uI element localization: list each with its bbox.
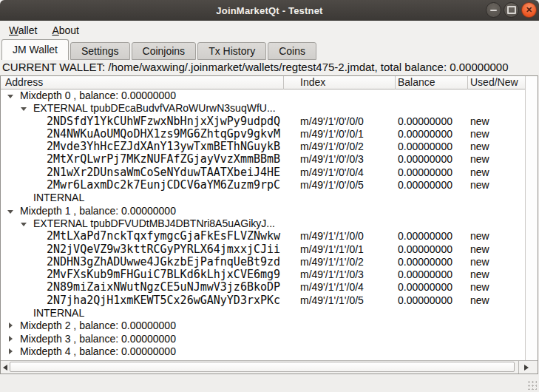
tab-tx-history[interactable]: Tx History xyxy=(197,42,266,60)
expander-icon xyxy=(20,307,33,320)
tree-row[interactable]: Mixdepth 1 , balance: 0.00000000 xyxy=(1,205,538,217)
expander-icon xyxy=(33,166,47,179)
tab-settings[interactable]: Settings xyxy=(70,42,130,60)
expander-icon[interactable] xyxy=(7,205,20,217)
tree-row[interactable]: 2N7jha2QjH1xmKEWT5Cx26wGANyYD3rxPKc m/49… xyxy=(1,294,538,307)
tree-row[interactable]: INTERNAL xyxy=(1,192,538,204)
expander-icon[interactable] xyxy=(20,217,33,230)
tree-row[interactable]: Mixdepth 2 , balance: 0.00000000 xyxy=(1,320,538,332)
resize-grip[interactable] xyxy=(526,379,537,390)
expander-icon[interactable] xyxy=(7,333,20,345)
tree-cell-address: 2MvFXsKub9mFHGuiC7BLKd6kLhjxCVE6mg9 xyxy=(1,268,316,281)
title-bar[interactable]: JoinMarketQt - Testnet ✕ xyxy=(0,0,539,21)
tree-cell-address: 2Mwr6LaxmDc2k7EunjCDCV6aYM6Zuzm9rpC xyxy=(1,179,316,192)
tree-row[interactable]: INTERNAL xyxy=(1,307,538,320)
scroll-right-button[interactable] xyxy=(518,361,538,374)
tree-cell-address: INTERNAL xyxy=(1,307,302,320)
tree-cell-address: Mixdepth 4 , balance: 0.00000000 xyxy=(1,345,289,358)
tree-cell-address: 2NDSfdY1YkCUhWFzwxNbHnjxXjwPy9udpdQ xyxy=(1,115,316,128)
scrollbar-thumb[interactable] xyxy=(10,362,515,372)
tree-cell-balance: 0.00000000 xyxy=(398,141,467,153)
tree-cell-text: 2N4NWKuAoUMQoDHX1zs9MG6ZhtqGpv9gkvM xyxy=(47,128,280,141)
tab-coinjoins[interactable]: Coinjoins xyxy=(132,42,197,60)
expander-icon xyxy=(20,192,33,205)
tree-row[interactable]: 2N4NWKuAoUMQoDHX1zs9MG6ZhtqGpv9gkvM m/49… xyxy=(1,128,538,141)
tree-cell-address: 2MtXrQLwrPj7MKzNUFAfZGjayVvzXmmBBmB xyxy=(1,153,316,166)
tree-cell-status: new xyxy=(470,128,523,141)
scroll-left-button[interactable] xyxy=(1,361,10,374)
tree-cell-text: INTERNAL xyxy=(33,192,84,204)
menu-wallet[interactable]: Wallet xyxy=(7,23,39,38)
tree-cell-balance: 0.00000000 xyxy=(398,294,467,307)
tree-cell-index: m/49'/1'/1'/0/5 xyxy=(300,294,395,307)
tree-cell-index: m/49'/1'/1'/0/3 xyxy=(300,268,395,281)
arrow-left-icon xyxy=(3,365,7,371)
tree-cell-status: new xyxy=(470,294,523,307)
window-controls: ✕ xyxy=(486,2,537,18)
tree-cell-status: new xyxy=(470,256,523,268)
column-header-balance[interactable]: Balance xyxy=(398,76,464,89)
tree-cell-index: m/49'/1'/0'/0/3 xyxy=(300,153,395,166)
tree-cell-status: new xyxy=(470,115,523,128)
tree-row[interactable]: 2Mwr6LaxmDc2k7EunjCDCV6aYM6Zuzm9rpC m/49… xyxy=(1,179,538,192)
tree-cell-text: 2MvFXsKub9mFHGuiC7BLKd6kLhjxCVE6mg9 xyxy=(47,268,280,281)
tree-cell-index: m/49'/1'/1'/0/2 xyxy=(300,256,395,268)
menu-about[interactable]: About xyxy=(50,23,81,38)
tree-row[interactable]: 2N2jVQeVZ9w3kttRCGyPYRLX64jmxxjCJii m/49… xyxy=(1,243,538,256)
tree-row[interactable]: 2MtXrQLwrPj7MKzNUFAfZGjayVvzXmmBBmB m/49… xyxy=(1,153,538,166)
expander-icon xyxy=(33,230,47,243)
tree-cell-balance: 0.00000000 xyxy=(398,230,467,243)
tree-row[interactable]: EXTERNAL tpubDEcaBudvfVARoWUrwN3suqWfU..… xyxy=(1,102,538,115)
tree-cell-index: m/49'/1'/0'/0/1 xyxy=(300,128,395,141)
tree-row[interactable]: Mixdepth 3 , balance: 0.00000000 xyxy=(1,333,538,345)
tab-coins[interactable]: Coins xyxy=(268,42,316,60)
expander-icon xyxy=(33,141,47,153)
minimize-button[interactable] xyxy=(486,2,501,18)
tree-row[interactable]: 2N1wXr2DUnsaWmCoSeNYduwTAATXbeiJ4HE m/49… xyxy=(1,166,538,179)
tree-cell-text: 2MtXrQLwrPj7MKzNUFAfZGjayVvzXmmBBmB xyxy=(47,153,280,166)
expander-icon[interactable] xyxy=(7,345,20,358)
close-icon: ✕ xyxy=(526,6,532,14)
tree-row[interactable]: 2NDHN3gZhADUwwe4JGkzbEjPafnqUeBt9zd m/49… xyxy=(1,256,538,268)
expander-icon[interactable] xyxy=(7,320,20,332)
column-header-used-new[interactable]: Used/New xyxy=(470,76,523,89)
tree-cell-text: Mixdepth 2 , balance: 0.00000000 xyxy=(20,320,176,332)
expander-icon[interactable] xyxy=(20,102,33,115)
tree-cell-status: new xyxy=(470,268,523,281)
close-button[interactable]: ✕ xyxy=(521,2,537,18)
column-divider[interactable] xyxy=(467,76,468,89)
tree-view: Mixdepth 0 , balance: 0.00000000 EXTERNA… xyxy=(1,89,538,360)
tree-cell-address: 2MtLXaPd7nckTqxfymgcGjaFkEsFLVZNwkw xyxy=(1,230,316,243)
tree-row[interactable]: 2N89miZaixNWutNgzCE5uNJmwV3jz6BkoDP m/49… xyxy=(1,281,538,294)
tree-cell-text: Mixdepth 1 , balance: 0.00000000 xyxy=(20,205,176,217)
tree-row[interactable]: 2MvFXsKub9mFHGuiC7BLKd6kLhjxCVE6mg9 m/49… xyxy=(1,268,538,281)
maximize-button[interactable] xyxy=(504,2,519,18)
horizontal-scrollbar[interactable] xyxy=(1,360,538,374)
column-divider[interactable] xyxy=(283,76,284,89)
tree-cell-address: 2NDHN3gZhADUwwe4JGkzbEjPafnqUeBt9zd xyxy=(1,256,316,268)
tree-cell-text: Mixdepth 0 , balance: 0.00000000 xyxy=(20,89,176,102)
tree-row[interactable]: Mixdepth 4 , balance: 0.00000000 xyxy=(1,345,538,358)
column-header-index[interactable]: Index xyxy=(300,76,389,89)
tree-cell-address: Mixdepth 0 , balance: 0.00000000 xyxy=(1,89,289,102)
tree-row[interactable]: EXTERNAL tpubDFVUDtMBJ4DBTNri8A5uAGikyJ.… xyxy=(1,217,538,230)
expander-icon xyxy=(33,154,47,166)
tab-jm-wallet[interactable]: JM Wallet xyxy=(1,39,69,60)
expander-icon xyxy=(33,115,47,128)
vertical-scrollbar-track[interactable] xyxy=(525,76,538,360)
arrow-right-icon xyxy=(524,365,529,371)
tree-row[interactable]: 2MtLXaPd7nckTqxfymgcGjaFkEsFLVZNwkw m/49… xyxy=(1,230,538,243)
tree-row[interactable]: Mixdepth 0 , balance: 0.00000000 xyxy=(1,89,538,102)
tree-cell-text: INTERNAL xyxy=(33,307,84,320)
tree-row[interactable]: 2Mvde3YhHcEZJdXAnY13ywTxmBEThNGuykB m/49… xyxy=(1,141,538,153)
column-divider[interactable] xyxy=(395,76,396,89)
tree-row[interactable]: 2NDSfdY1YkCUhWFzwxNbHnjxXjwPy9udpdQ m/49… xyxy=(1,115,538,128)
expander-icon[interactable] xyxy=(7,89,20,102)
tree-cell-index: m/49'/1'/1'/0/4 xyxy=(300,281,395,294)
column-header-address[interactable]: Address xyxy=(5,76,279,89)
menu-bar: Wallet About xyxy=(0,21,539,39)
tree-cell-text: EXTERNAL tpubDFVUDtMBJ4DBTNri8A5uAGikyJ.… xyxy=(33,217,275,230)
status-bar xyxy=(0,375,539,392)
tree-cell-balance: 0.00000000 xyxy=(398,243,467,256)
expander-icon xyxy=(33,294,47,307)
